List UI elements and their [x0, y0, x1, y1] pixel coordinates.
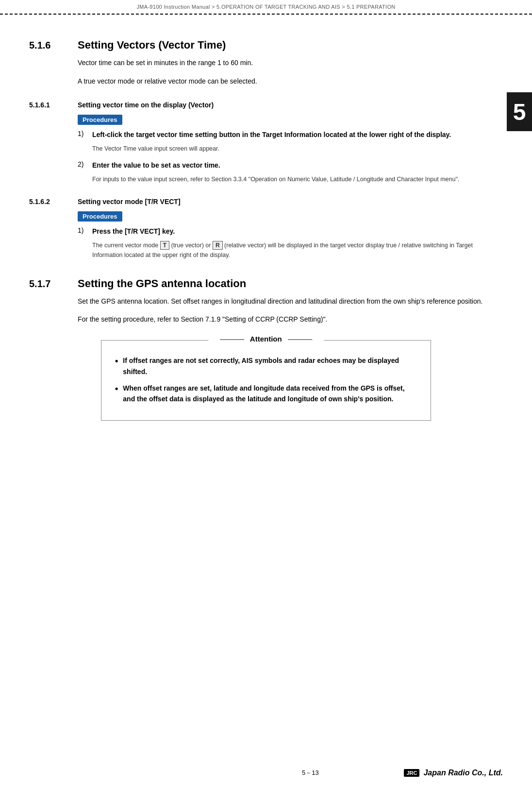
step-number-2: 2)	[78, 160, 92, 168]
section-para-1: Vector time can be set in minutes in the…	[78, 57, 503, 69]
step-number-5162: 1)	[78, 226, 92, 234]
step-note-2: For inputs to the value input screen, re…	[92, 174, 503, 184]
relative-vector-key: R	[213, 241, 223, 250]
section-body-5-1-6: Vector time can be set in minutes in the…	[78, 57, 503, 87]
section-number-5-1-7: 5.1.7	[29, 278, 68, 290]
page-footer: 5－13 JRC Japan Radio Co., Ltd.	[0, 769, 532, 777]
attention-list: If offset ranges are not set correctly, …	[115, 350, 417, 405]
company-name: Japan Radio Co., Ltd.	[423, 769, 503, 777]
step-1-5161: 1) Left-click the target vector time set…	[78, 130, 503, 140]
section-heading: Setting Vectors (Vector Time)	[78, 39, 226, 51]
procedures-badge-1: Procedures	[78, 115, 122, 125]
footer-page-number: 5－13	[216, 769, 404, 777]
attention-title-text: Attention	[250, 335, 282, 343]
section-title-5-1-7: 5.1.7 Setting the GPS antenna location	[29, 277, 503, 290]
step-text-2: Enter the value to be set as vector time…	[92, 160, 503, 171]
section-title-5-1-6: 5.1.6 Setting Vectors (Vector Time)	[29, 39, 503, 51]
section-number: 5.1.6	[29, 40, 68, 51]
procedure-item-2: 1) Press the [T/R VECT] key. The current…	[78, 226, 503, 260]
footer-logo: JRC Japan Radio Co., Ltd.	[404, 769, 503, 777]
true-vector-key: T	[160, 241, 169, 250]
step-text-5162: Press the [T/R VECT] key.	[92, 226, 503, 237]
subsection-number-5-1-6-1: 5.1.6.1	[29, 101, 68, 109]
subsection-number-5-1-6-2: 5.1.6.2	[29, 198, 68, 205]
subsection-heading-5-1-6-1: Setting vector time on the display (Vect…	[78, 101, 214, 109]
subsection-5-1-6-1: 5.1.6.1 Setting vector time on the displ…	[29, 101, 503, 184]
step-1-5162: 1) Press the [T/R VECT] key.	[78, 226, 503, 237]
attention-title: Attention	[208, 335, 324, 343]
page-header: JMA-9100 Instruction Manual > 5.OPERATIO…	[0, 0, 532, 15]
chapter-tab: 5	[507, 92, 532, 131]
section-5-1-6: 5.1.6 Setting Vectors (Vector Time) Vect…	[29, 39, 503, 87]
subsection-heading-5-1-6-2: Setting vector mode [T/R VECT]	[78, 198, 181, 205]
section-517-para-2: For the setting procedure, refer to Sect…	[78, 314, 503, 325]
attention-item-2: When offset ranges are set, latitude and…	[115, 383, 417, 405]
procedures-badge-2: Procedures	[78, 211, 122, 222]
step-2-5161: 2) Enter the value to be set as vector t…	[78, 160, 503, 171]
attention-item-2-text: When offset ranges are set, latitude and…	[123, 383, 417, 405]
section-5-1-7: 5.1.7 Setting the GPS antenna location S…	[29, 277, 503, 421]
subsection-5-1-6-2: 5.1.6.2 Setting vector mode [T/R VECT] P…	[29, 198, 503, 260]
step-text: Left-click the target vector time settin…	[92, 130, 503, 140]
attention-item-1: If offset ranges are not set correctly, …	[115, 355, 417, 377]
jrc-label: JRC	[404, 769, 419, 777]
section-body-5-1-7: Set the GPS antenna location. Set offset…	[78, 296, 503, 326]
attention-item-1-text: If offset ranges are not set correctly, …	[123, 355, 417, 377]
main-content: 5 5.1.6 Setting Vectors (Vector Time) Ve…	[0, 15, 532, 455]
procedure-item-1: 1) Left-click the target vector time set…	[78, 130, 503, 184]
step-number: 1)	[78, 130, 92, 137]
section-517-para-1: Set the GPS antenna location. Set offset…	[78, 296, 503, 308]
attention-box: Attention If offset ranges are not set c…	[101, 340, 431, 421]
step-note-5162: The current vector mode T (true vector) …	[92, 240, 503, 260]
step-note-1: The Vector Time value input screen will …	[92, 144, 503, 154]
header-text: JMA-9100 Instruction Manual > 5.OPERATIO…	[0, 0, 532, 15]
subsection-title-5-1-6-1: 5.1.6.1 Setting vector time on the displ…	[29, 101, 503, 109]
section-heading-5-1-7: Setting the GPS antenna location	[78, 277, 246, 290]
section-para-2: A true vector mode or relative vector mo…	[78, 76, 503, 87]
subsection-title-5-1-6-2: 5.1.6.2 Setting vector mode [T/R VECT]	[29, 198, 503, 205]
